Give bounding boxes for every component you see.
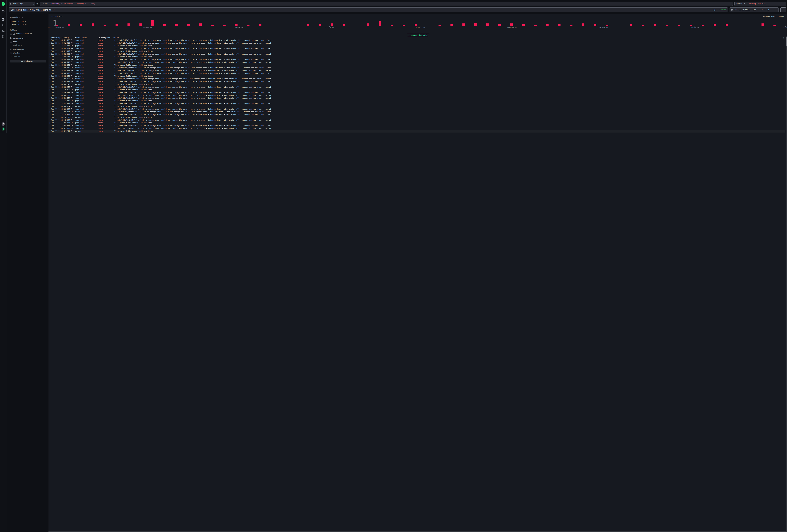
search-logs-journal-icon[interactable] — [2, 18, 5, 21]
user-avatar[interactable]: U — [2, 127, 5, 131]
row-expand-chevron-icon[interactable]: ❯ — [49, 94, 50, 96]
table-row[interactable]: ❯Jun 11 1:56:03.248 PMpaymenterrorVisa c… — [48, 83, 264, 86]
row-expand-chevron-icon[interactable]: ❯ — [49, 84, 50, 85]
analysis-mode-event-patterns[interactable]: Event Patterns — [10, 23, 46, 26]
table-header: Timestamp (Local) ⋮ ServiceName ⋮ Severi… — [48, 37, 264, 39]
table-row[interactable]: ❯Jun 11 1:56:38.540 PMfrontenderror{"cod… — [48, 61, 264, 64]
row-expand-chevron-icon[interactable]: ❯ — [49, 86, 50, 88]
panel-toggle-icon[interactable] — [2, 10, 5, 13]
table-row[interactable]: ❯Jun 11 1:55:16.302 PMfrontenderror× {"c… — [48, 113, 264, 116]
checkbox[interactable] — [10, 52, 12, 54]
row-expand-chevron-icon[interactable]: ❯ — [49, 81, 50, 82]
checkbox[interactable] — [10, 41, 12, 43]
col-resize-handle[interactable]: ⋮ — [96, 37, 98, 39]
table-row[interactable]: ❯Jun 11 1:55:59.765 PMfrontenderror{"cod… — [48, 94, 264, 97]
table-row[interactable]: ❯Jun 11 1:56:42.995 PMpaymenterrorVisa c… — [48, 50, 264, 53]
table-row[interactable]: ❯Jun 11 1:54:52.241 PMpaymenterrorVisa c… — [48, 130, 264, 133]
load-more-severitytext[interactable]: Load more — [10, 44, 46, 46]
row-expand-chevron-icon[interactable]: ❯ — [49, 130, 50, 132]
row-expand-chevron-icon[interactable]: ❯ — [49, 67, 50, 69]
filter-option-checkout[interactable]: checkout — [10, 52, 46, 54]
table-row[interactable]: ❯Jun 11 1:56:38.534 PMpaymenterrorVisa c… — [48, 56, 264, 58]
table-row[interactable]: ❯Jun 11 1:56:08.955 PMfrontenderror{"cod… — [48, 78, 264, 80]
table-row[interactable]: ❯Jun 11 1:56:51.982 PMfrontenderror× {"c… — [48, 39, 264, 42]
table-row[interactable]: ❯Jun 11 1:55:07.835 PMfrontenderror{"cod… — [48, 127, 264, 130]
row-expand-chevron-icon[interactable]: ❯ — [49, 97, 50, 99]
top-bar: Demo Logs ⌃⌄ ⚙ SELECT Timestamp, Service… — [7, 0, 264, 14]
row-expand-chevron-icon[interactable]: ❯ — [49, 122, 50, 124]
table-row[interactable]: ❯Jun 11 1:55:39.324 PMpaymenterrorVisa c… — [48, 105, 264, 108]
load-more-servicename[interactable]: Load more — [10, 55, 46, 57]
analysis-mode-results-table[interactable]: Results Table — [10, 20, 46, 23]
row-expand-chevron-icon[interactable]: ❯ — [49, 72, 50, 74]
denoise-checkbox[interactable] — [10, 33, 12, 35]
col-resize-handle[interactable]: ⋮ — [113, 37, 114, 39]
table-row[interactable]: ❯Jun 11 1:56:08.956 PMfrontenderror× {"c… — [48, 72, 264, 75]
row-expand-chevron-icon[interactable]: ❯ — [49, 100, 50, 102]
cell-servicename: payment — [75, 122, 96, 124]
row-expand-chevron-icon[interactable]: ❯ — [49, 111, 50, 113]
dashboard-icon[interactable] — [2, 35, 5, 38]
row-expand-chevron-icon[interactable]: ❯ — [49, 48, 50, 49]
table-row[interactable]: ❯Jun 11 1:55:16.296 PMpaymenterrorVisa c… — [48, 116, 264, 119]
table-row[interactable]: ❯Jun 11 1:56:43.001 PMfrontenderror× {"c… — [48, 47, 264, 50]
row-expand-chevron-icon[interactable]: ❯ — [49, 108, 50, 110]
table-row[interactable]: ❯Jun 11 1:56:32.843 PMpaymenterrorVisa c… — [48, 64, 264, 67]
row-expand-chevron-icon[interactable]: ❯ — [49, 125, 50, 126]
row-expand-chevron-icon[interactable]: ❯ — [49, 128, 50, 129]
help-button[interactable]: ? — [2, 122, 5, 126]
table-row[interactable]: ❯Jun 11 1:56:51.975 PMpaymenterrorVisa c… — [48, 44, 264, 47]
source-select[interactable]: Demo Logs ⌃⌄ — [9, 2, 35, 6]
row-expand-chevron-icon[interactable]: ❯ — [49, 50, 50, 52]
table-row[interactable]: ❯Jun 11 1:55:51.454 PMfrontenderror× {"c… — [48, 102, 264, 105]
row-expand-chevron-icon[interactable]: ❯ — [49, 70, 50, 71]
table-row[interactable]: ❯Jun 11 1:56:32.848 PMfrontenderror{"cod… — [48, 69, 264, 72]
row-expand-chevron-icon[interactable]: ❯ — [49, 53, 50, 55]
results-histogram[interactable]: 24 0 Jun 11 1:41:45 PM1:44:00 PM1:45:45 … — [48, 19, 264, 29]
row-expand-chevron-icon[interactable]: ❯ — [49, 42, 50, 44]
row-expand-chevron-icon[interactable]: ❯ — [49, 116, 50, 118]
table-row[interactable]: ❯Jun 11 1:55:39.331 PMfrontenderror× {"c… — [48, 110, 264, 113]
laptop-icon[interactable] — [2, 29, 5, 33]
table-row[interactable]: ❯Jun 11 1:55:51.452 PMfrontenderror{"cod… — [48, 97, 264, 100]
table-row[interactable]: ❯Jun 11 1:55:59.760 PMpaymenterrorVisa c… — [48, 88, 264, 91]
filter-option-info[interactable]: info — [10, 41, 46, 43]
row-expand-chevron-icon[interactable]: ❯ — [49, 119, 50, 121]
table-row[interactable]: ❯Jun 11 1:56:42.999 PMfrontenderror{"cod… — [48, 53, 264, 56]
table-row[interactable]: ❯Jun 11 1:55:59.767 PMfrontenderror× {"c… — [48, 91, 264, 94]
more-filters-button[interactable]: More filters — [10, 60, 46, 63]
row-expand-chevron-icon[interactable]: ❯ — [49, 75, 50, 77]
table-row[interactable]: ❯Jun 11 1:56:03.252 PMfrontenderror{"cod… — [48, 86, 264, 89]
select-clause-editor[interactable]: SELECT Timestamp, ServiceName, SeverityT… — [40, 2, 264, 6]
row-expand-chevron-icon[interactable]: ❯ — [49, 56, 50, 58]
row-expand-chevron-icon[interactable]: ❯ — [49, 78, 50, 80]
app-logo-lightning-icon[interactable]: ⚡ — [2, 2, 5, 6]
row-expand-chevron-icon[interactable]: ❯ — [49, 40, 50, 41]
table-row[interactable]: ❯Jun 11 1:56:38.542 PMfrontenderror× {"c… — [48, 58, 264, 61]
row-expand-chevron-icon[interactable]: ❯ — [49, 59, 50, 60]
row-expand-chevron-icon[interactable]: ❯ — [49, 89, 50, 91]
chart-line-icon[interactable] — [2, 24, 5, 27]
row-expand-chevron-icon[interactable]: ❯ — [49, 106, 50, 107]
cell-body: {"code":13,"details":"failed to charge c… — [114, 97, 264, 99]
col-resize-handle[interactable]: ⋮ — [73, 37, 75, 39]
search-input[interactable]: SeverityText:error AND "Visa cache full"… — [9, 7, 264, 12]
table-row[interactable]: ❯Jun 11 1:56:32.849 PMfrontenderror× {"c… — [48, 66, 264, 69]
table-row[interactable]: ❯Jun 11 1:55:16.300 PMfrontenderror{"cod… — [48, 119, 264, 122]
denoise-results-checkbox-row[interactable]: Denoise Results — [10, 33, 46, 35]
row-expand-chevron-icon[interactable]: ❯ — [49, 114, 50, 115]
row-expand-chevron-icon[interactable]: ❯ — [49, 62, 50, 63]
table-row[interactable]: ❯Jun 11 1:55:07.827 PMpaymenterrorVisa c… — [48, 122, 264, 124]
source-settings-gear-icon[interactable]: ⚙ — [35, 2, 39, 6]
table-row[interactable]: ❯Jun 11 1:55:51.448 PMpaymenterrorVisa c… — [48, 100, 264, 102]
table-row[interactable]: ❯Jun 11 1:56:08.948 PMpaymenterrorVisa c… — [48, 75, 264, 78]
row-expand-chevron-icon[interactable]: ❯ — [49, 64, 50, 66]
row-expand-chevron-icon[interactable]: ❯ — [49, 103, 50, 104]
row-expand-chevron-icon[interactable]: ❯ — [49, 45, 50, 47]
row-expand-chevron-icon[interactable]: ❯ — [49, 92, 50, 93]
table-row[interactable]: ❯Jun 11 1:56:03.254 PMfrontenderror× {"c… — [48, 80, 264, 83]
table-row[interactable]: ❯Jun 11 1:55:39.330 PMfrontenderror{"cod… — [48, 108, 264, 111]
chevron-down-icon — [10, 55, 12, 57]
table-row[interactable]: ❯Jun 11 1:55:07.841 PMfrontenderror× {"c… — [48, 124, 264, 127]
table-row[interactable]: ❯Jun 11 1:56:51.980 PMfrontenderror{"cod… — [48, 42, 264, 45]
